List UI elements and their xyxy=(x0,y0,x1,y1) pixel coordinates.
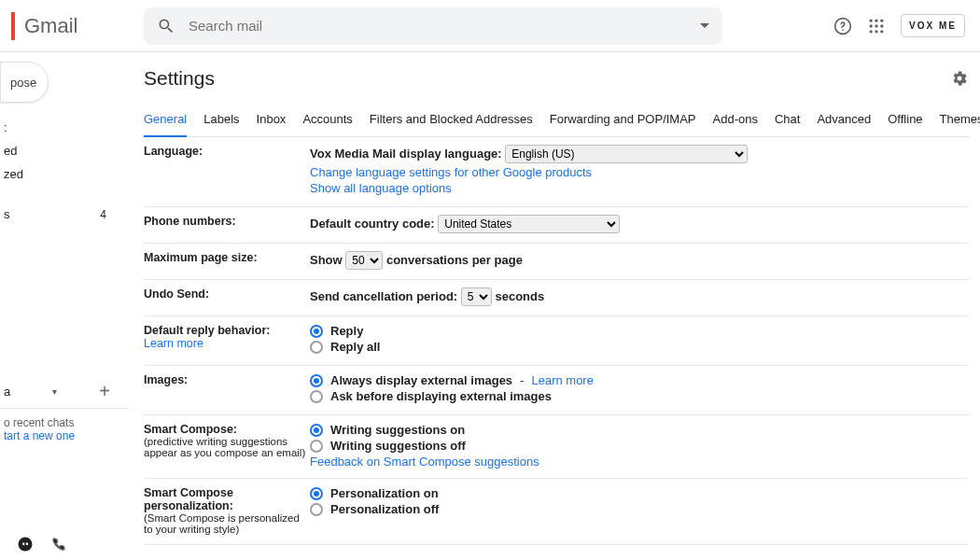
tab-advanced[interactable]: Advanced xyxy=(817,103,871,136)
reply-radio[interactable] xyxy=(310,325,323,338)
apps-icon[interactable] xyxy=(867,17,886,35)
setting-undo: Undo Send: Send cancellation period: 5 s… xyxy=(144,280,969,316)
setting-personalization: Smart Compose personalization: (Smart Co… xyxy=(144,479,969,545)
setting-label: Smart Compose personalization: (Smart Co… xyxy=(144,486,310,535)
sidebar-item-drafts[interactable]: s 4 xyxy=(0,203,129,226)
language-settings-link[interactable]: Change language settings for other Googl… xyxy=(310,165,969,179)
svg-point-7 xyxy=(875,30,877,33)
account-badge[interactable]: VOX ME xyxy=(901,14,965,37)
svg-point-2 xyxy=(880,19,883,21)
bottom-icons xyxy=(0,528,84,560)
chats-area: o recent chats tart a new one xyxy=(0,409,129,450)
tab-forwarding[interactable]: Forwarding and POP/IMAP xyxy=(550,103,696,136)
header-right: VOX ME xyxy=(833,14,973,37)
sidebar-expand[interactable]: a ▾ + xyxy=(0,375,129,409)
svg-point-3 xyxy=(870,24,873,27)
plus-icon[interactable]: + xyxy=(99,381,110,402)
search-icon xyxy=(157,17,175,35)
setting-phone: Phone numbers: Default country code: Uni… xyxy=(144,207,969,244)
tab-chat[interactable]: Chat xyxy=(775,103,800,136)
tab-addons[interactable]: Add-ons xyxy=(713,103,758,136)
images-ask-radio[interactable] xyxy=(310,390,323,403)
compose-label: pose xyxy=(10,76,36,90)
hangouts-icon[interactable] xyxy=(17,536,34,553)
header: Gmail VOX ME xyxy=(0,0,980,52)
setting-label: Phone numbers: xyxy=(144,215,310,233)
svg-point-8 xyxy=(880,30,883,33)
logo-area[interactable]: Gmail xyxy=(7,12,136,40)
smartcompose-off-radio[interactable] xyxy=(310,440,323,453)
svg-point-6 xyxy=(870,30,873,33)
tab-labels[interactable]: Labels xyxy=(203,103,239,136)
setting-label: Smart Compose: (predictive writing sugge… xyxy=(144,423,310,469)
personalization-on-radio[interactable] xyxy=(310,487,323,500)
setting-label: Images: xyxy=(144,373,310,405)
sidebar-item[interactable]: : xyxy=(0,116,129,139)
compose-button[interactable]: pose xyxy=(0,62,49,103)
setting-label: Maximum page size: xyxy=(144,251,310,270)
smartcompose-on-radio[interactable] xyxy=(310,424,323,437)
phone-icon[interactable] xyxy=(50,536,67,553)
tab-general[interactable]: General xyxy=(144,103,187,137)
setting-label: Language: xyxy=(144,145,310,197)
learn-more-link[interactable]: Learn more xyxy=(531,373,593,387)
images-always-radio[interactable] xyxy=(310,374,323,387)
gmail-logo-text: Gmail xyxy=(24,14,77,38)
main-content: Settings General Labels Inbox Accounts F… xyxy=(129,52,980,560)
help-icon[interactable] xyxy=(833,17,852,35)
undo-period-select[interactable]: 5 xyxy=(461,287,492,306)
tab-offline[interactable]: Offline xyxy=(888,103,922,136)
smartcompose-feedback-link[interactable]: Feedback on Smart Compose suggestions xyxy=(310,455,969,469)
start-chat-link[interactable]: tart a new one xyxy=(4,429,125,442)
language-select[interactable]: English (US) xyxy=(505,145,748,163)
tab-inbox[interactable]: Inbox xyxy=(257,103,287,136)
learn-more-link[interactable]: Learn more xyxy=(144,337,310,350)
drafts-count: 4 xyxy=(100,208,129,221)
personalization-off-radio[interactable] xyxy=(310,503,323,516)
search-options-icon[interactable] xyxy=(700,23,709,28)
search-input[interactable] xyxy=(189,18,700,34)
chevron-down-icon: ▾ xyxy=(52,386,57,397)
svg-point-4 xyxy=(875,24,877,27)
setting-label: Default reply behavior: Learn more xyxy=(144,324,310,356)
setting-reply: Default reply behavior: Learn more Reply… xyxy=(144,316,969,366)
setting-pagesize: Maximum page size: Show 50 conversations… xyxy=(144,244,969,280)
tab-filters[interactable]: Filters and Blocked Addresses xyxy=(370,103,533,136)
chats-text: o recent chats xyxy=(4,416,125,429)
setting-language: Language: Vox Media Mail display languag… xyxy=(144,137,969,207)
reply-all-radio[interactable] xyxy=(310,341,323,354)
sidebar-item[interactable]: ed xyxy=(0,139,129,162)
sidebar: pose : ed zed s 4 a ▾ + o recent chats t… xyxy=(0,52,129,560)
language-options-link[interactable]: Show all language options xyxy=(310,181,969,195)
setting-images: Images: Always display external images -… xyxy=(144,366,969,415)
svg-point-1 xyxy=(875,19,877,21)
tab-themes[interactable]: Themes xyxy=(940,103,980,136)
gmail-logo-icon xyxy=(11,12,15,40)
setting-smartcompose: Smart Compose: (predictive writing sugge… xyxy=(144,415,969,479)
settings-tabs: General Labels Inbox Accounts Filters an… xyxy=(144,103,969,137)
search-box[interactable] xyxy=(144,7,722,45)
tab-accounts[interactable]: Accounts xyxy=(302,103,352,136)
svg-point-0 xyxy=(870,19,873,21)
gear-icon[interactable] xyxy=(950,69,969,88)
settings-title: Settings xyxy=(144,67,215,90)
setting-label: Undo Send: xyxy=(144,287,310,306)
country-code-select[interactable]: United States xyxy=(438,215,620,233)
svg-point-9 xyxy=(19,538,33,552)
svg-point-5 xyxy=(880,24,883,27)
sidebar-item[interactable]: zed xyxy=(0,162,129,186)
pagesize-select[interactable]: 50 xyxy=(345,251,383,270)
